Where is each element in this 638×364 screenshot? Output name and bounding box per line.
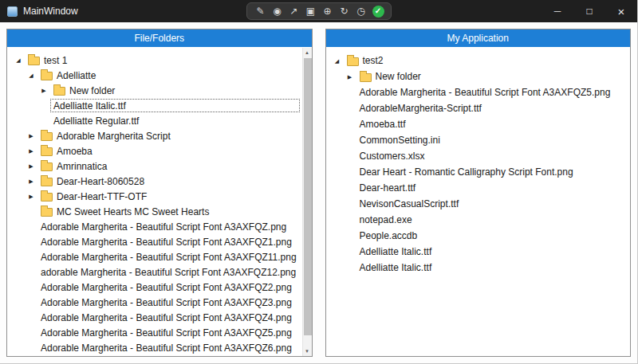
screen-share-icon[interactable]: ↗ bbox=[287, 4, 301, 18]
tree-item-file[interactable]: Adelliatte Regular.ttf bbox=[7, 113, 302, 128]
tree-item-file[interactable]: NevisonCasualScript.ttf bbox=[326, 196, 631, 212]
tree-item-file[interactable]: Adorable Margherita - Beautiful Script F… bbox=[7, 249, 302, 264]
tree-item-label: Adelliatte Italic.ttf bbox=[360, 246, 432, 257]
tree-item-file[interactable]: adorable Margherita - Beautiful Script F… bbox=[7, 264, 302, 280]
tree-item-file[interactable]: CommonSetting.ini bbox=[326, 132, 631, 148]
tree-item-content: Adorable Margherita - Beautiful Script F… bbox=[37, 250, 300, 264]
tree-item-file[interactable]: Adorable Margherita - Beautiful Script F… bbox=[7, 219, 302, 234]
tree-item-content: Adelliatte Regular.ttf bbox=[50, 114, 300, 127]
tree-item-file[interactable]: AdorableMargherita-Script.ttf bbox=[326, 100, 631, 116]
scrollbar-thumb[interactable] bbox=[304, 58, 312, 335]
tree-item-content: Adorable Margherita Script bbox=[37, 129, 300, 143]
tree-item-folder[interactable]: ▶New folder bbox=[7, 83, 302, 98]
window-capture-icon[interactable]: ▣ bbox=[304, 4, 318, 18]
tree-item-file[interactable]: People.accdb bbox=[326, 228, 631, 244]
scroll-down-icon[interactable]: ▼ bbox=[303, 346, 312, 356]
close-button[interactable]: × bbox=[605, 0, 637, 22]
vertical-scrollbar[interactable]: ▲ ▼ bbox=[302, 48, 312, 356]
cursor-settings-icon[interactable]: ⊕ bbox=[321, 4, 335, 18]
tree-item-folder[interactable]: ▶Dear-Heart-8060528 bbox=[7, 174, 302, 189]
refresh-icon[interactable]: ↻ bbox=[337, 4, 352, 18]
tree-item-content: New folder bbox=[50, 84, 300, 97]
tree-item-label: MC Sweet Hearts MC Sweet Hearts bbox=[57, 206, 209, 217]
tree-item-label: Adorable Margherita - Beautiful Script F… bbox=[41, 312, 292, 323]
tree-item-content: Adorable Margherita - Beautiful Script F… bbox=[37, 220, 300, 233]
tree-item-label: Adorable Margherita - Beautiful Script F… bbox=[360, 87, 611, 98]
tree-item-content: Adelliatte Italic.ttf bbox=[356, 245, 628, 259]
tree-item-content: Adelliatte Italic.ttf bbox=[356, 261, 628, 275]
tree-item-label: NevisonCasualScript.ttf bbox=[360, 198, 459, 209]
tree-item-content: Adelliatte bbox=[37, 68, 300, 82]
tree-item-folder[interactable]: ▶Adorable Margherita Script bbox=[7, 128, 302, 143]
tree-item-content: Adorable Margherita - Beautiful Script F… bbox=[37, 280, 300, 294]
application-panel-header: My Application bbox=[326, 29, 631, 47]
tree-item-file[interactable]: Adelliatte Italic.ttf bbox=[7, 98, 302, 113]
tree-item-folder[interactable]: ◢test 1 bbox=[7, 53, 302, 68]
tree-item-file[interactable]: Adorable Margherita - Beautiful Script F… bbox=[7, 280, 302, 295]
expand-arrow-icon[interactable]: ▶ bbox=[25, 194, 37, 199]
tree-item-content: AdorableMargherita-Script.ttf bbox=[356, 102, 628, 115]
tree-item-folder[interactable]: ▶New folder bbox=[326, 68, 631, 84]
tree-item-folder[interactable]: MC Sweet Hearts MC Sweet Hearts bbox=[7, 204, 302, 219]
folder-icon bbox=[41, 193, 53, 202]
tree-item-folder[interactable]: ▶Amoeba bbox=[7, 143, 302, 159]
tree-item-file[interactable]: Adelliatte Italic.ttf bbox=[326, 260, 631, 276]
folder-icon bbox=[41, 132, 53, 141]
collapse-arrow-icon[interactable]: ◢ bbox=[25, 72, 37, 78]
tree-item-file[interactable]: Adorable Margherita - Beautiful Script F… bbox=[7, 295, 302, 310]
tree-item-content: test2 bbox=[344, 54, 628, 68]
tree-item-file[interactable]: Adorable Margherita - Beautiful Script F… bbox=[7, 340, 302, 355]
files-panel-header: File/Folders bbox=[7, 29, 312, 47]
window-title: MainWindow bbox=[23, 6, 78, 17]
tree-item-file[interactable]: Adelliatte Italic.ttf bbox=[326, 244, 631, 260]
tree-item-file[interactable]: Adorable Margherita - Beautiful Script F… bbox=[326, 84, 631, 100]
expand-arrow-icon[interactable]: ▶ bbox=[25, 178, 37, 184]
tree-item-label: Dear-Heart-TTF-OTF bbox=[57, 191, 147, 202]
tree-item-content: Dear-Heart-TTF-OTF bbox=[37, 190, 300, 203]
tree-item-content: Dear-Heart-8060528 bbox=[37, 174, 300, 188]
tree-item-label: Dear-heart.ttf bbox=[360, 182, 416, 194]
app-icon bbox=[7, 6, 18, 17]
tree-item-folder[interactable]: ▶Amrinnatica bbox=[7, 159, 302, 174]
timer-icon[interactable]: ◷ bbox=[354, 4, 368, 18]
tree-item-content: Dear-heart.ttf bbox=[356, 182, 628, 195]
tree-item-content: Amrinnatica bbox=[37, 159, 300, 173]
tree-item-file[interactable]: Adorable Margherita - Beautiful Script F… bbox=[7, 355, 302, 356]
scrollbar-track[interactable] bbox=[303, 57, 312, 346]
scroll-up-icon[interactable]: ▲ bbox=[303, 48, 312, 57]
tree-item-label: AdorableMargherita-Script.ttf bbox=[360, 103, 482, 114]
minimize-button[interactable]: ─ bbox=[542, 0, 573, 22]
tree-item-file[interactable]: Adorable Margherita - Beautiful Script F… bbox=[7, 310, 302, 325]
tree-item-folder[interactable]: ◢Adelliatte bbox=[7, 68, 302, 83]
expand-arrow-icon[interactable]: ▶ bbox=[25, 163, 37, 169]
tree-item-file[interactable]: Adorable Margherita - Beautiful Script F… bbox=[7, 234, 302, 249]
tree-item-folder[interactable]: ◢test2 bbox=[326, 53, 631, 68]
collapse-arrow-icon[interactable]: ◢ bbox=[12, 57, 25, 63]
tree-item-label: Adorable Margherita Script bbox=[57, 131, 171, 142]
tree-item-content: adorable Margherita - Beautiful Script F… bbox=[37, 265, 300, 279]
tree-item-label: Adorable Margherita - Beautiful Script F… bbox=[41, 342, 292, 354]
expand-arrow-icon[interactable]: ▶ bbox=[344, 74, 356, 80]
expand-arrow-icon[interactable]: ▶ bbox=[25, 148, 37, 154]
tree-item-label: Amrinnatica bbox=[57, 161, 107, 172]
collapse-arrow-icon[interactable]: ◢ bbox=[331, 58, 344, 64]
application-panel: My Application ◢test2▶New folderAdorable… bbox=[325, 29, 632, 357]
maximize-button[interactable]: □ bbox=[573, 0, 605, 22]
tree-item-file[interactable]: Dear Heart - Romantic Calligraphy Script… bbox=[326, 164, 631, 180]
files-panel: File/Folders ◢test 1◢Adelliatte▶New fold… bbox=[6, 29, 313, 357]
camera-icon[interactable]: ◉ bbox=[270, 4, 285, 18]
expand-arrow-icon[interactable]: ▶ bbox=[37, 88, 50, 93]
tree-item-file[interactable]: notepad.exe bbox=[326, 212, 631, 228]
expand-arrow-icon[interactable]: ▶ bbox=[25, 133, 37, 139]
file-folders-tree: ◢test 1◢Adelliatte▶New folderAdelliatte … bbox=[7, 47, 302, 356]
tree-item-folder[interactable]: ▶Dear-Heart-TTF-OTF bbox=[7, 189, 302, 204]
tree-item-file[interactable]: Customers.xlsx bbox=[326, 148, 631, 164]
folder-icon bbox=[41, 178, 53, 186]
tree-item-file[interactable]: Amoeba.ttf bbox=[326, 116, 631, 132]
screen-annotate-icon[interactable]: ✎ bbox=[254, 4, 268, 18]
tree-item-content: Adorable Margherita - Beautiful Script F… bbox=[37, 296, 300, 309]
status-check-icon[interactable]: ✓ bbox=[372, 6, 384, 18]
tree-item-file[interactable]: Adorable Margherita - Beautiful Script F… bbox=[7, 325, 302, 340]
tree-item-file[interactable]: Dear-heart.ttf bbox=[326, 180, 631, 196]
tree-item-content: Adorable Margherita - Beautiful Script F… bbox=[37, 326, 300, 339]
